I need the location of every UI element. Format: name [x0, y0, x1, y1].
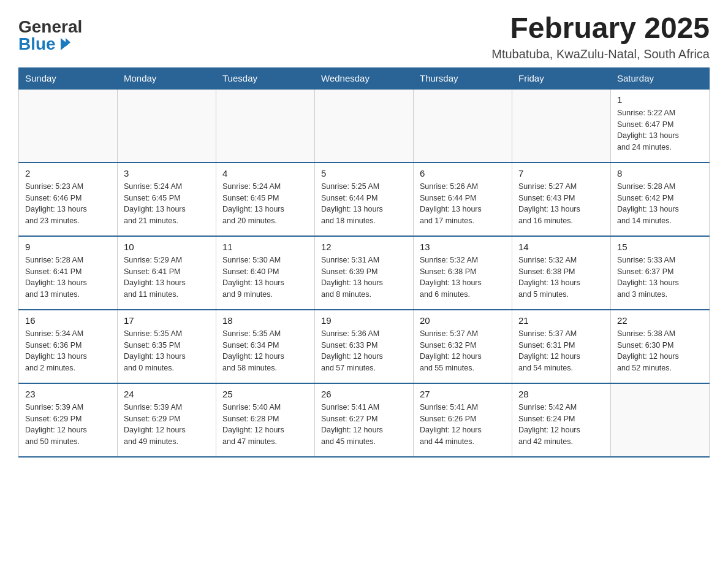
weekday-header-friday: Friday	[512, 67, 611, 89]
day-info: Sunrise: 5:41 AMSunset: 6:27 PMDaylight:…	[321, 402, 407, 448]
calendar-cell: 6Sunrise: 5:26 AMSunset: 6:44 PMDaylight…	[414, 163, 512, 236]
calendar-cell: 13Sunrise: 5:32 AMSunset: 6:38 PMDayligh…	[414, 236, 512, 310]
calendar-cell: 3Sunrise: 5:24 AMSunset: 6:45 PMDaylight…	[118, 163, 216, 236]
calendar-cell: 19Sunrise: 5:36 AMSunset: 6:33 PMDayligh…	[315, 310, 414, 383]
day-info: Sunrise: 5:37 AMSunset: 6:31 PMDaylight:…	[518, 328, 604, 374]
day-number: 2	[25, 168, 111, 178]
calendar-week-row: 2Sunrise: 5:23 AMSunset: 6:46 PMDaylight…	[19, 163, 710, 236]
calendar-cell: 24Sunrise: 5:39 AMSunset: 6:29 PMDayligh…	[118, 383, 216, 457]
day-info: Sunrise: 5:39 AMSunset: 6:29 PMDaylight:…	[25, 402, 111, 448]
calendar-cell: 4Sunrise: 5:24 AMSunset: 6:45 PMDaylight…	[216, 163, 315, 236]
calendar-cell: 28Sunrise: 5:42 AMSunset: 6:24 PMDayligh…	[512, 383, 611, 457]
calendar-cell: 22Sunrise: 5:38 AMSunset: 6:30 PMDayligh…	[611, 310, 710, 383]
day-number: 9	[25, 242, 111, 252]
day-number: 27	[420, 389, 506, 399]
day-number: 4	[222, 168, 308, 178]
calendar-cell: 1Sunrise: 5:22 AMSunset: 6:47 PMDaylight…	[611, 89, 710, 163]
day-info: Sunrise: 5:24 AMSunset: 6:45 PMDaylight:…	[124, 181, 210, 227]
day-info: Sunrise: 5:30 AMSunset: 6:40 PMDaylight:…	[222, 255, 308, 301]
calendar-cell: 21Sunrise: 5:37 AMSunset: 6:31 PMDayligh…	[512, 310, 611, 383]
calendar-week-row: 1Sunrise: 5:22 AMSunset: 6:47 PMDaylight…	[19, 89, 710, 163]
day-info: Sunrise: 5:28 AMSunset: 6:42 PMDaylight:…	[617, 181, 703, 227]
page-header: General Blue February 2025 Mtubatuba, Kw…	[18, 12, 710, 61]
day-number: 8	[617, 168, 703, 178]
weekday-header-wednesday: Wednesday	[315, 67, 414, 89]
logo-general-text: General	[18, 18, 82, 36]
calendar-week-row: 9Sunrise: 5:28 AMSunset: 6:41 PMDaylight…	[19, 236, 710, 310]
day-info: Sunrise: 5:35 AMSunset: 6:34 PMDaylight:…	[222, 328, 308, 374]
day-info: Sunrise: 5:22 AMSunset: 6:47 PMDaylight:…	[617, 107, 703, 153]
day-info: Sunrise: 5:33 AMSunset: 6:37 PMDaylight:…	[617, 255, 703, 301]
day-number: 6	[420, 168, 506, 178]
calendar-cell: 10Sunrise: 5:29 AMSunset: 6:41 PMDayligh…	[118, 236, 216, 310]
day-number: 12	[321, 242, 407, 252]
day-info: Sunrise: 5:29 AMSunset: 6:41 PMDaylight:…	[124, 255, 210, 301]
day-number: 11	[222, 242, 308, 252]
location-text: Mtubatuba, KwaZulu-Natal, South Africa	[491, 47, 710, 61]
day-info: Sunrise: 5:40 AMSunset: 6:28 PMDaylight:…	[222, 402, 308, 448]
calendar-week-row: 16Sunrise: 5:34 AMSunset: 6:36 PMDayligh…	[19, 310, 710, 383]
day-info: Sunrise: 5:35 AMSunset: 6:35 PMDaylight:…	[124, 328, 210, 374]
day-info: Sunrise: 5:27 AMSunset: 6:43 PMDaylight:…	[518, 181, 604, 227]
weekday-header-saturday: Saturday	[611, 67, 710, 89]
day-number: 16	[25, 315, 111, 326]
day-info: Sunrise: 5:39 AMSunset: 6:29 PMDaylight:…	[124, 402, 210, 448]
calendar-cell	[315, 89, 414, 163]
calendar-cell: 9Sunrise: 5:28 AMSunset: 6:41 PMDaylight…	[19, 236, 118, 310]
calendar-cell: 16Sunrise: 5:34 AMSunset: 6:36 PMDayligh…	[19, 310, 118, 383]
weekday-header-row: SundayMondayTuesdayWednesdayThursdayFrid…	[19, 67, 710, 89]
day-info: Sunrise: 5:34 AMSunset: 6:36 PMDaylight:…	[25, 328, 111, 374]
logo: General Blue	[18, 18, 82, 53]
day-number: 1	[617, 94, 703, 105]
calendar-cell: 18Sunrise: 5:35 AMSunset: 6:34 PMDayligh…	[216, 310, 315, 383]
month-title: February 2025	[491, 12, 710, 45]
day-info: Sunrise: 5:37 AMSunset: 6:32 PMDaylight:…	[420, 328, 506, 374]
calendar-cell: 20Sunrise: 5:37 AMSunset: 6:32 PMDayligh…	[414, 310, 512, 383]
day-number: 21	[518, 315, 604, 326]
calendar-cell: 27Sunrise: 5:41 AMSunset: 6:26 PMDayligh…	[414, 383, 512, 457]
weekday-header-monday: Monday	[118, 67, 216, 89]
day-number: 15	[617, 242, 703, 252]
calendar-cell	[414, 89, 512, 163]
day-number: 19	[321, 315, 407, 326]
day-info: Sunrise: 5:24 AMSunset: 6:45 PMDaylight:…	[222, 181, 308, 227]
calendar-cell: 12Sunrise: 5:31 AMSunset: 6:39 PMDayligh…	[315, 236, 414, 310]
calendar-cell: 17Sunrise: 5:35 AMSunset: 6:35 PMDayligh…	[118, 310, 216, 383]
calendar-cell: 25Sunrise: 5:40 AMSunset: 6:28 PMDayligh…	[216, 383, 315, 457]
day-number: 22	[617, 315, 703, 326]
calendar-table: SundayMondayTuesdayWednesdayThursdayFrid…	[18, 67, 710, 458]
day-number: 24	[124, 389, 210, 399]
calendar-cell: 5Sunrise: 5:25 AMSunset: 6:44 PMDaylight…	[315, 163, 414, 236]
logo-blue-text: Blue	[18, 36, 56, 53]
day-info: Sunrise: 5:26 AMSunset: 6:44 PMDaylight:…	[420, 181, 506, 227]
calendar-cell: 8Sunrise: 5:28 AMSunset: 6:42 PMDaylight…	[611, 163, 710, 236]
weekday-header-sunday: Sunday	[19, 67, 118, 89]
calendar-week-row: 23Sunrise: 5:39 AMSunset: 6:29 PMDayligh…	[19, 383, 710, 457]
weekday-header-tuesday: Tuesday	[216, 67, 315, 89]
day-info: Sunrise: 5:41 AMSunset: 6:26 PMDaylight:…	[420, 402, 506, 448]
day-number: 5	[321, 168, 407, 178]
day-number: 20	[420, 315, 506, 326]
day-info: Sunrise: 5:38 AMSunset: 6:30 PMDaylight:…	[617, 328, 703, 374]
day-info: Sunrise: 5:32 AMSunset: 6:38 PMDaylight:…	[420, 255, 506, 301]
calendar-cell	[118, 89, 216, 163]
calendar-cell: 7Sunrise: 5:27 AMSunset: 6:43 PMDaylight…	[512, 163, 611, 236]
calendar-cell: 23Sunrise: 5:39 AMSunset: 6:29 PMDayligh…	[19, 383, 118, 457]
day-info: Sunrise: 5:36 AMSunset: 6:33 PMDaylight:…	[321, 328, 407, 374]
calendar-cell: 15Sunrise: 5:33 AMSunset: 6:37 PMDayligh…	[611, 236, 710, 310]
day-number: 23	[25, 389, 111, 399]
day-number: 26	[321, 389, 407, 399]
weekday-header-thursday: Thursday	[414, 67, 512, 89]
day-number: 13	[420, 242, 506, 252]
calendar-cell	[611, 383, 710, 457]
day-info: Sunrise: 5:42 AMSunset: 6:24 PMDaylight:…	[518, 402, 604, 448]
calendar-cell: 2Sunrise: 5:23 AMSunset: 6:46 PMDaylight…	[19, 163, 118, 236]
day-number: 18	[222, 315, 308, 326]
calendar-cell	[216, 89, 315, 163]
day-number: 17	[124, 315, 210, 326]
day-number: 3	[124, 168, 210, 178]
day-number: 7	[518, 168, 604, 178]
day-number: 28	[518, 389, 604, 399]
day-number: 10	[124, 242, 210, 252]
day-number: 14	[518, 242, 604, 252]
